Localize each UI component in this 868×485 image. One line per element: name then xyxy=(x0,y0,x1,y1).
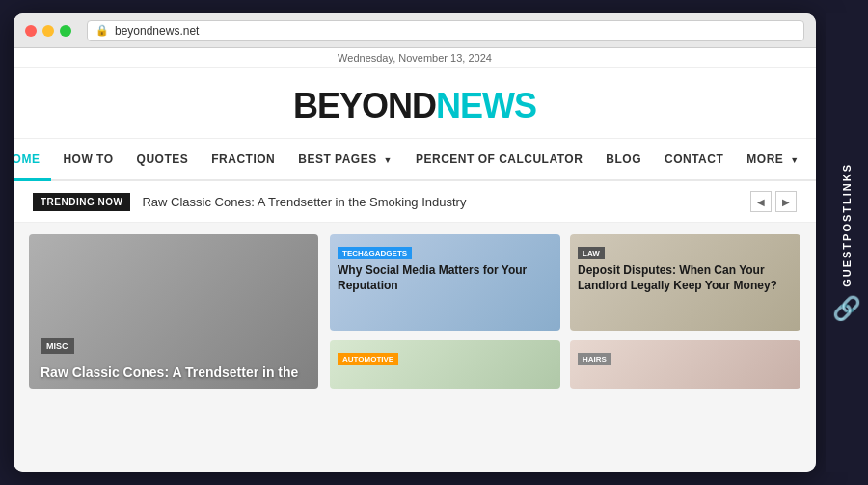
trending-navigation: ◀ ▶ xyxy=(750,191,797,212)
card-tech-badge: TECH&GADGETS xyxy=(338,247,412,259)
browser-window: 🔒 beyondnews.net Wednesday, November 13,… xyxy=(14,13,816,472)
nav-item-bestpages[interactable]: BEST PAGES ▼ xyxy=(286,139,404,179)
site-logo[interactable]: BEYONDNEWS xyxy=(14,86,816,126)
trending-bar: TRENDING NOW Raw Classic Cones: A Trends… xyxy=(14,181,816,223)
card-automotive[interactable]: AUTOMOTIVE xyxy=(330,340,560,389)
card-hairs-badge: HAIRS xyxy=(578,353,611,365)
card-large-title: Raw Classic Cones: A Trendsetter in the xyxy=(41,364,307,381)
bestpages-dropdown-arrow: ▼ xyxy=(384,155,393,165)
card-large-main[interactable]: MISC Raw Classic Cones: A Trendsetter in… xyxy=(29,234,318,389)
trending-badge: TRENDING NOW xyxy=(33,193,130,211)
card-law[interactable]: LAW Deposit Disputes: When Can Your Land… xyxy=(570,234,800,331)
more-dropdown-arrow: ▼ xyxy=(790,155,799,165)
nav-item-howto[interactable]: HOW TO xyxy=(51,139,124,179)
card-hairs[interactable]: HAIRS xyxy=(570,340,800,389)
nav-item-more[interactable]: MORE ▼ xyxy=(735,139,810,179)
traffic-lights xyxy=(25,25,71,37)
nav-item-quotes[interactable]: QUOTES xyxy=(125,139,201,179)
date-bar: Wednesday, November 13, 2024 xyxy=(14,48,816,68)
date-text: Wednesday, November 13, 2024 xyxy=(338,52,492,64)
cards-top-row: TECH&GADGETS Why Social Media Matters fo… xyxy=(330,234,800,331)
card-large-badge: MISC xyxy=(41,338,74,354)
link-icon: 🔗 xyxy=(832,295,861,322)
trending-text: Raw Classic Cones: A Trendsetter in the … xyxy=(142,195,739,209)
card-law-badge: LAW xyxy=(578,247,605,259)
cards-bottom-row: AUTOMOTIVE HAIRS xyxy=(330,340,800,389)
maximize-button[interactable] xyxy=(60,25,71,37)
content-area: MISC Raw Classic Cones: A Trendsetter in… xyxy=(14,223,816,472)
card-law-title: Deposit Disputes: When Can Your Landlord… xyxy=(578,263,793,293)
minimize-button[interactable] xyxy=(42,25,54,37)
cards-right: TECH&GADGETS Why Social Media Matters fo… xyxy=(330,234,800,467)
nav-item-percent[interactable]: PERCENT OF CALCULATOR xyxy=(404,139,594,179)
side-strip: GUESTPOSTLINKS 🔗 xyxy=(826,13,868,472)
lock-icon: 🔒 xyxy=(95,24,109,37)
url-text: beyondnews.net xyxy=(115,24,199,38)
nav-item-fraction[interactable]: FRACTION xyxy=(200,139,286,179)
nav-item-contact[interactable]: CONTACT xyxy=(653,139,735,179)
trending-prev-button[interactable]: ◀ xyxy=(750,191,772,212)
nav-bar: HOME HOW TO QUOTES FRACTION BEST PAGES ▼… xyxy=(14,139,816,181)
card-tech-title: Why Social Media Matters for Your Reputa… xyxy=(338,263,553,293)
logo-news: NEWS xyxy=(436,86,536,125)
site-header: BEYONDNEWS xyxy=(14,68,816,139)
card-automotive-badge: AUTOMOTIVE xyxy=(338,353,398,365)
nav-item-home[interactable]: HOME xyxy=(14,139,51,179)
logo-beyond: BEYOND xyxy=(293,86,436,125)
address-bar[interactable]: 🔒 beyondnews.net xyxy=(87,20,804,41)
title-bar: 🔒 beyondnews.net xyxy=(14,13,816,48)
trending-next-button[interactable]: ▶ xyxy=(775,191,797,212)
nav-item-blog[interactable]: BLOG xyxy=(594,139,653,179)
card-tech[interactable]: TECH&GADGETS Why Social Media Matters fo… xyxy=(330,234,560,331)
close-button[interactable] xyxy=(25,25,37,37)
side-text: GUESTPOSTLINKS xyxy=(841,163,853,287)
